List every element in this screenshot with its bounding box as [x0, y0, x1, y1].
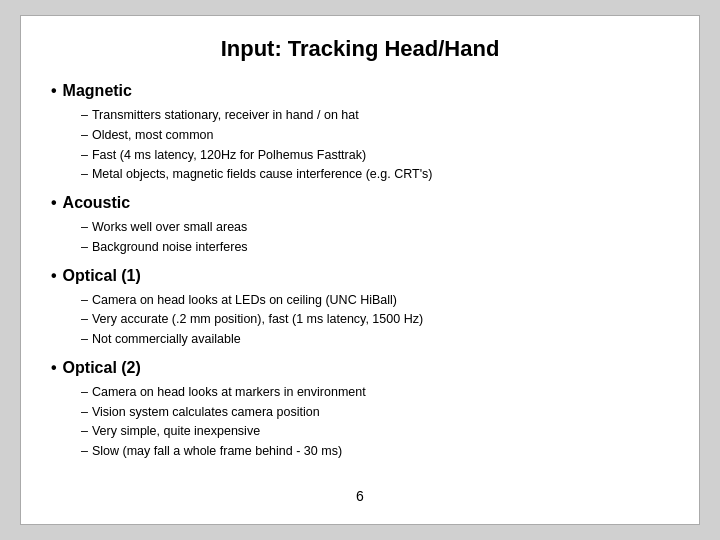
section-header-optical1: •Optical (1): [51, 267, 669, 285]
dash-icon: –: [81, 291, 88, 310]
list-item: –Works well over small areas: [81, 218, 669, 237]
list-item: –Oldest, most common: [81, 126, 669, 145]
slide-title: Input: Tracking Head/Hand: [51, 36, 669, 62]
list-item: –Very simple, quite inexpensive: [81, 422, 669, 441]
dash-icon: –: [81, 403, 88, 422]
sub-items-magnetic: –Transmitters stationary, receiver in ha…: [81, 106, 669, 184]
section-label-acoustic: Acoustic: [63, 194, 131, 212]
list-item: –Not commercially available: [81, 330, 669, 349]
section-label-magnetic: Magnetic: [63, 82, 132, 100]
list-item-text: Vision system calculates camera position: [92, 403, 320, 422]
list-item: –Transmitters stationary, receiver in ha…: [81, 106, 669, 125]
list-item: –Metal objects, magnetic fields cause in…: [81, 165, 669, 184]
slide-footer: 6: [51, 488, 669, 504]
section-header-acoustic: •Acoustic: [51, 194, 669, 212]
bullet-icon: •: [51, 359, 57, 377]
dash-icon: –: [81, 310, 88, 329]
list-item-text: Not commercially available: [92, 330, 241, 349]
list-item-text: Background noise interferes: [92, 238, 248, 257]
list-item: –Background noise interferes: [81, 238, 669, 257]
list-item-text: Fast (4 ms latency, 120Hz for Polhemus F…: [92, 146, 366, 165]
list-item-text: Slow (may fall a whole frame behind - 30…: [92, 442, 342, 461]
section-header-magnetic: •Magnetic: [51, 82, 669, 100]
list-item-text: Very simple, quite inexpensive: [92, 422, 260, 441]
list-item: –Very accurate (.2 mm position), fast (1…: [81, 310, 669, 329]
list-item-text: Metal objects, magnetic fields cause int…: [92, 165, 433, 184]
list-item-text: Oldest, most common: [92, 126, 214, 145]
list-item-text: Camera on head looks at markers in envir…: [92, 383, 366, 402]
list-item: –Vision system calculates camera positio…: [81, 403, 669, 422]
dash-icon: –: [81, 422, 88, 441]
list-item-text: Works well over small areas: [92, 218, 247, 237]
dash-icon: –: [81, 146, 88, 165]
slide-content: •Magnetic–Transmitters stationary, recei…: [51, 76, 669, 480]
dash-icon: –: [81, 165, 88, 184]
sub-items-optical1: –Camera on head looks at LEDs on ceiling…: [81, 291, 669, 349]
list-item-text: Transmitters stationary, receiver in han…: [92, 106, 359, 125]
slide: Input: Tracking Head/Hand •Magnetic–Tran…: [20, 15, 700, 525]
dash-icon: –: [81, 238, 88, 257]
list-item: –Slow (may fall a whole frame behind - 3…: [81, 442, 669, 461]
dash-icon: –: [81, 442, 88, 461]
bullet-icon: •: [51, 194, 57, 212]
sub-items-optical2: –Camera on head looks at markers in envi…: [81, 383, 669, 461]
list-item-text: Very accurate (.2 mm position), fast (1 …: [92, 310, 423, 329]
list-item-text: Camera on head looks at LEDs on ceiling …: [92, 291, 397, 310]
section-label-optical2: Optical (2): [63, 359, 141, 377]
list-item: –Camera on head looks at LEDs on ceiling…: [81, 291, 669, 310]
dash-icon: –: [81, 126, 88, 145]
dash-icon: –: [81, 383, 88, 402]
list-item: –Fast (4 ms latency, 120Hz for Polhemus …: [81, 146, 669, 165]
bullet-icon: •: [51, 82, 57, 100]
dash-icon: –: [81, 218, 88, 237]
dash-icon: –: [81, 106, 88, 125]
dash-icon: –: [81, 330, 88, 349]
section-header-optical2: •Optical (2): [51, 359, 669, 377]
list-item: –Camera on head looks at markers in envi…: [81, 383, 669, 402]
sub-items-acoustic: –Works well over small areas–Background …: [81, 218, 669, 257]
bullet-icon: •: [51, 267, 57, 285]
section-label-optical1: Optical (1): [63, 267, 141, 285]
